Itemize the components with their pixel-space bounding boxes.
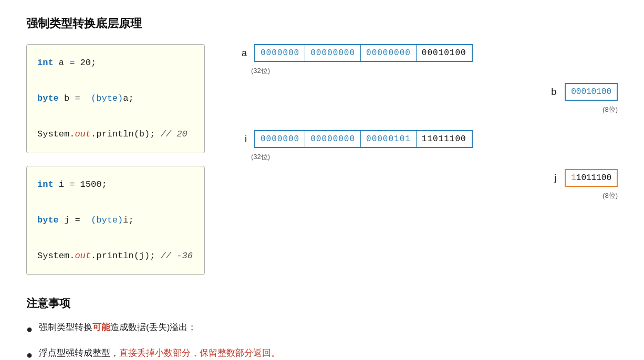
var-label-i: i [236, 134, 247, 145]
notice-red-bold-1: 可能 [92, 322, 110, 332]
notice-item-1: ● 强制类型转换可能造成数据(丢失)溢出； [26, 320, 618, 337]
j-size-label: (8位) [236, 191, 618, 200]
diagram-column: a 0000000 00000000 00000000 00010100 (32… [236, 44, 618, 275]
i-bits-container: 0000000 00000000 00000101 11011100 [254, 130, 473, 148]
b-row: b 00010100 [236, 83, 618, 101]
keyword-int-1: int [37, 58, 54, 68]
keyword-int-2: int [37, 179, 54, 189]
var-label-j: j [546, 173, 556, 184]
i-seg-4: 11011100 [417, 131, 472, 147]
bit-row-a: a 0000000 00000000 00000000 00010100 [236, 44, 618, 62]
diagram-section-i: i 0000000 00000000 00000101 11011100 (32… [236, 130, 618, 200]
i-seg-1: 0000000 [255, 131, 305, 147]
a-size-label: (32位) [251, 66, 618, 76]
a-seg-3: 00000000 [361, 45, 417, 61]
notice-list: ● 强制类型转换可能造成数据(丢失)溢出； ● 浮点型强转成整型，直接丢掉小数部… [26, 320, 618, 360]
keyword-out-2: out [75, 251, 91, 261]
a-seg-1: 0000000 [255, 45, 305, 61]
comment-2: // -36 [161, 251, 193, 261]
diagram-section-a: a 0000000 00000000 00000000 00010100 (32… [236, 44, 618, 114]
b-byte-box: 00010100 [565, 83, 618, 101]
page-title: 强制类型转换底层原理 [26, 16, 618, 31]
a-bits-container: 0000000 00000000 00000000 00010100 [254, 44, 473, 62]
notice-title: 注意事项 [26, 296, 618, 311]
cast-byte-2: (byte) [91, 215, 123, 225]
bullet-1: ● [26, 321, 33, 337]
bit-row-i: i 0000000 00000000 00000101 11011100 [236, 130, 618, 148]
i-size-label: (32位) [251, 152, 618, 162]
i-seg-2: 00000000 [305, 131, 361, 147]
code-column: int a = 20; byte b = (byte)a; System.out… [26, 44, 205, 275]
j-byte-box: 11011100 [565, 169, 618, 187]
var-label-b: b [546, 87, 556, 98]
j-row: j 11011100 [236, 169, 618, 187]
code-block-2: int i = 1500; byte j = (byte)i; System.o… [26, 166, 205, 275]
bullet-2: ● [26, 346, 33, 360]
comment-1: // 20 [161, 129, 188, 139]
notice-red-normal-2: 直接丢掉小数部分，保留整数部分返回。 [119, 348, 280, 358]
notice-section: 注意事项 ● 强制类型转换可能造成数据(丢失)溢出； ● 浮点型强转成整型，直接… [26, 296, 618, 360]
keyword-byte-1: byte [37, 93, 59, 103]
notice-item-2: ● 浮点型强转成整型，直接丢掉小数部分，保留整数部分返回。 [26, 346, 618, 360]
keyword-byte-2: byte [37, 215, 59, 225]
var-label-a: a [236, 48, 247, 59]
notice-text-2: 浮点型强转成整型，直接丢掉小数部分，保留整数部分返回。 [39, 346, 280, 360]
notice-text-1: 强制类型转换可能造成数据(丢失)溢出； [39, 320, 196, 334]
a-seg-4: 00010100 [417, 45, 472, 61]
i-seg-3: 00000101 [361, 131, 417, 147]
cast-byte-1: (byte) [91, 93, 123, 103]
main-layout: int a = 20; byte b = (byte)a; System.out… [26, 44, 618, 275]
a-seg-2: 00000000 [305, 45, 361, 61]
keyword-out-1: out [75, 129, 91, 139]
j-first-bit: 1 [571, 173, 576, 183]
b-size-label: (8位) [236, 105, 618, 114]
code-block-1: int a = 20; byte b = (byte)a; System.out… [26, 44, 205, 153]
